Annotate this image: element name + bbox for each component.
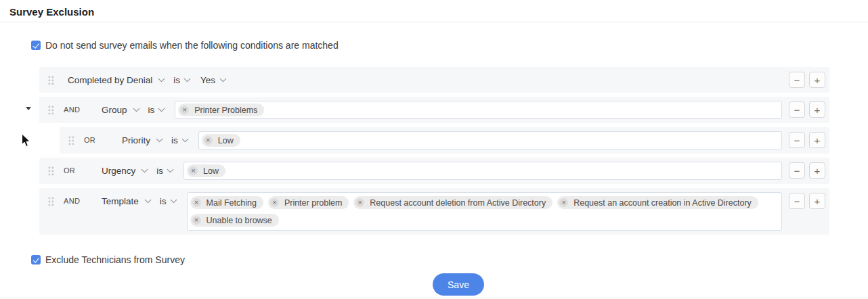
field-select-label: Completed by Denial [68, 75, 152, 85]
value-input[interactable]: × Printer Problems [175, 101, 782, 119]
tag-label: Request an account creation in Active Di… [573, 198, 752, 208]
operator-select-label: is [148, 105, 155, 115]
operator-select[interactable]: is [171, 131, 188, 149]
add-condition-button[interactable]: + [809, 162, 825, 179]
master-checkbox[interactable] [31, 41, 41, 50]
operator-select[interactable]: is [148, 101, 165, 118]
remove-condition-button[interactable]: − [789, 193, 805, 209]
remove-condition-button[interactable]: − [789, 72, 805, 88]
operator-select[interactable]: is [156, 162, 173, 179]
chevron-down-icon [133, 105, 139, 112]
footer-divider [0, 298, 868, 298]
operator-select[interactable]: is [173, 71, 190, 89]
chevron-down-icon [184, 75, 191, 82]
operator-select-label: is [173, 75, 180, 85]
add-condition-button[interactable]: + [809, 72, 825, 88]
chevron-down-icon [167, 166, 174, 172]
add-condition-button[interactable]: + [809, 193, 825, 209]
tag-remove-icon[interactable]: × [189, 166, 198, 175]
value-select-label: Yes [200, 75, 215, 85]
row-actions: − + [789, 162, 825, 179]
drag-handle-icon[interactable] [47, 196, 54, 206]
drag-handle-icon[interactable] [47, 166, 54, 176]
conditions-list: Completed by Denial is Yes − + AND Group… [39, 67, 829, 235]
value-input[interactable]: × Low [198, 131, 782, 150]
tag-label: Mail Fetching [207, 198, 257, 208]
tag-remove-icon[interactable]: × [270, 198, 279, 207]
chevron-down-icon [181, 135, 188, 142]
add-condition-button[interactable]: + [809, 101, 825, 118]
row-actions: − + [789, 192, 825, 209]
chevron-down-icon [170, 196, 177, 203]
drag-handle-icon[interactable] [47, 105, 54, 115]
remove-condition-button[interactable]: − [789, 101, 805, 118]
tag: × Unable to browse [190, 214, 279, 227]
operator-select-label: is [156, 166, 163, 176]
value-input[interactable]: × Mail Fetching × Printer problem × Requ… [187, 192, 782, 231]
chevron-down-icon [158, 75, 165, 82]
field-select[interactable]: Completed by Denial [68, 71, 164, 89]
operator-select-label: is [160, 196, 167, 206]
tag: × Mail Fetching [190, 196, 263, 209]
row-actions: − + [789, 131, 825, 148]
field-select[interactable]: Template [102, 192, 150, 210]
tag: × Printer problem [268, 196, 349, 209]
exclude-technicians-checkbox-row: Exclude Technicians from Survey [31, 254, 868, 265]
collapse-group-caret-icon[interactable] [26, 107, 31, 110]
chevron-down-icon [158, 105, 165, 112]
footer: Save [0, 273, 868, 296]
chevron-down-icon [220, 75, 227, 82]
chevron-down-icon [142, 166, 148, 172]
condition-row: Completed by Denial is Yes − + [39, 67, 829, 93]
connector-label: OR [64, 162, 96, 179]
save-button[interactable]: Save [433, 273, 484, 296]
row-actions: − + [789, 101, 825, 118]
field-select-label: Priority [122, 135, 150, 145]
tag: × Request account deletion from Active D… [353, 196, 552, 209]
tag-remove-icon[interactable]: × [355, 198, 364, 207]
connector-label: AND [64, 192, 96, 210]
connector-label: AND [64, 101, 96, 118]
field-select[interactable]: Urgency [102, 162, 147, 179]
condition-row: AND Group is × Printer Problems − + [39, 97, 829, 123]
remove-condition-button[interactable]: − [789, 162, 805, 179]
condition-row: OR Priority is × Low − + [60, 127, 829, 154]
tag-remove-icon[interactable]: × [180, 106, 189, 114]
drag-handle-icon[interactable] [47, 75, 54, 85]
chevron-down-icon [144, 196, 151, 203]
condition-row: AND Template is × Mail Fetching × Printe… [39, 188, 829, 235]
tag-label: Request account deletion from Active Dir… [370, 198, 546, 208]
tag-remove-icon[interactable]: × [192, 198, 201, 207]
tag-remove-icon[interactable]: × [204, 136, 213, 145]
exclude-technicians-checkbox[interactable] [31, 255, 41, 264]
value-input[interactable]: × Low [183, 162, 782, 180]
field-select-label: Template [102, 196, 139, 206]
master-checkbox-label: Do not send survey emails when the follo… [45, 40, 339, 51]
tag: × Low [202, 134, 240, 147]
field-select[interactable]: Group [102, 101, 139, 118]
tag: × Printer Problems [178, 104, 264, 116]
field-select-label: Urgency [102, 166, 135, 176]
header-divider [0, 22, 868, 22]
field-select-label: Group [102, 105, 127, 115]
tag-remove-icon[interactable]: × [192, 216, 201, 225]
row-actions: − + [789, 71, 825, 88]
condition-row: OR Urgency is × Low − + [39, 158, 829, 184]
page-title: Survey Exclusion [0, 0, 868, 22]
remove-condition-button[interactable]: − [789, 132, 805, 148]
operator-select-label: is [171, 135, 178, 145]
add-condition-button[interactable]: + [809, 132, 825, 148]
drag-handle-icon[interactable] [68, 135, 74, 145]
tag-remove-icon[interactable]: × [559, 198, 568, 207]
field-select[interactable]: Priority [122, 131, 162, 149]
value-select[interactable]: Yes [200, 71, 225, 89]
operator-select[interactable]: is [160, 192, 176, 210]
exclude-technicians-label: Exclude Technicians from Survey [45, 254, 185, 265]
connector-label: OR [84, 131, 116, 149]
mouse-cursor-icon [21, 133, 32, 148]
tag-label: Printer problem [284, 198, 342, 208]
tag-label: Low [203, 166, 219, 176]
tag: × Request an account creation in Active … [557, 196, 758, 209]
chevron-down-icon [156, 135, 163, 142]
tag-label: Printer Problems [194, 106, 257, 115]
